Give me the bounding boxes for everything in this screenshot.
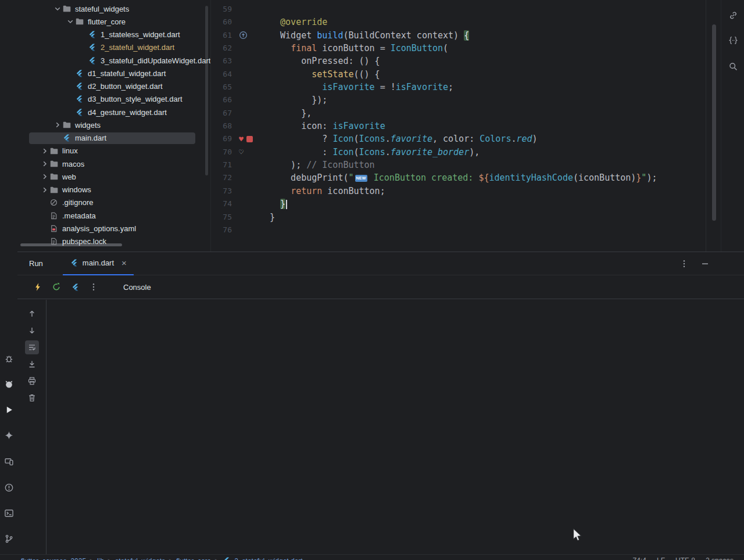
tree-item-macos[interactable]: macos bbox=[17, 157, 210, 170]
minimize-icon[interactable] bbox=[699, 257, 711, 270]
tool-stripe-gemini[interactable] bbox=[1, 427, 17, 443]
gutter[interactable] bbox=[232, 29, 262, 42]
tree-item-d3_button_style_widget.dart[interactable]: d3_button_style_widget.dart bbox=[17, 93, 210, 106]
gutter[interactable] bbox=[232, 3, 262, 16]
line-number[interactable]: 60 bbox=[211, 16, 232, 28]
tree-item-d2_button_widget.dart[interactable]: d2_button_widget.dart bbox=[17, 80, 210, 93]
code-line-74[interactable]: 74 } bbox=[211, 198, 721, 210]
tool-stripe-running-devices[interactable] bbox=[1, 453, 17, 469]
flutter-button[interactable] bbox=[67, 279, 83, 295]
gutter[interactable] bbox=[232, 42, 262, 55]
line-number[interactable]: 74 bbox=[211, 198, 232, 210]
code-line-61[interactable]: 61 Widget build(BuildContext context) { bbox=[211, 29, 721, 42]
code-line-71[interactable]: 71 ); // IconButton bbox=[211, 159, 721, 171]
tool-stripe-logcat[interactable] bbox=[1, 376, 17, 392]
line-number[interactable]: 65 bbox=[211, 81, 232, 94]
tree-item-linux[interactable]: linux bbox=[17, 145, 210, 157]
soft-wrap-button[interactable] bbox=[25, 340, 39, 354]
line-number[interactable]: 63 bbox=[211, 55, 232, 67]
gutter[interactable] bbox=[232, 198, 262, 210]
tree-item-2_stateful_widget.dart[interactable]: 2_stateful_widget.dart bbox=[17, 41, 210, 54]
gutter[interactable] bbox=[232, 211, 262, 224]
status-item[interactable]: 2 spaces bbox=[706, 557, 734, 560]
tree-item-main.dart[interactable]: main.dart bbox=[17, 132, 210, 145]
tree-item-web[interactable]: web bbox=[17, 170, 210, 183]
next-occurrence-button[interactable] bbox=[25, 324, 39, 338]
chevron-right-icon[interactable] bbox=[52, 120, 62, 130]
line-number[interactable]: 66 bbox=[211, 94, 232, 106]
line-number[interactable]: 72 bbox=[211, 171, 232, 184]
line-number[interactable]: 68 bbox=[211, 120, 232, 132]
tree-item-windows[interactable]: windows bbox=[17, 184, 210, 196]
breadcrumb-item[interactable]: stateful_widgets bbox=[115, 557, 165, 560]
code-line-68[interactable]: 68 icon: isFavorite bbox=[211, 120, 721, 132]
gutter[interactable] bbox=[232, 224, 262, 236]
status-item[interactable]: LF bbox=[657, 557, 665, 560]
tree-item-.metadata[interactable]: .metadata bbox=[17, 209, 210, 222]
hot-reload-button[interactable] bbox=[30, 279, 45, 295]
code-line-75[interactable]: 75} bbox=[211, 211, 721, 224]
code-line-67[interactable]: 67 }, bbox=[211, 107, 721, 120]
code-line-69[interactable]: 69♥ ? Icon(Icons.favorite, color: Colors… bbox=[211, 132, 721, 145]
chevron-right-icon[interactable] bbox=[40, 172, 49, 181]
code-line-63[interactable]: 63 onPressed: () { bbox=[211, 55, 721, 67]
gutter[interactable] bbox=[232, 55, 262, 67]
code-line-59[interactable]: 59 bbox=[211, 3, 721, 16]
gutter[interactable] bbox=[232, 68, 262, 81]
tree-vertical-scrollbar[interactable] bbox=[205, 6, 208, 175]
chevron-right-icon[interactable] bbox=[40, 146, 49, 156]
print-button[interactable] bbox=[25, 374, 39, 388]
tree-item-1_stateless_widget.dart[interactable]: 1_stateless_widget.dart bbox=[17, 28, 210, 41]
tree-item-stateful_widgets[interactable]: stateful_widgets bbox=[17, 2, 210, 15]
line-number[interactable]: 75 bbox=[211, 211, 232, 224]
chevron-down-icon[interactable] bbox=[65, 17, 75, 26]
gutter[interactable]: ♥ bbox=[232, 132, 262, 145]
code-line-73[interactable]: 73 return iconButton; bbox=[211, 185, 721, 198]
tool-stripe-version-control[interactable] bbox=[1, 530, 17, 547]
gutter[interactable] bbox=[232, 107, 262, 120]
prev-occurrence-button[interactable] bbox=[25, 307, 39, 321]
code-line-66[interactable]: 66 }); bbox=[211, 94, 721, 106]
line-number[interactable]: 69 bbox=[211, 132, 232, 145]
breadcrumb-item[interactable]: flutter_courses_2025 bbox=[21, 557, 86, 560]
more-options-icon[interactable] bbox=[678, 257, 691, 270]
gutter[interactable] bbox=[232, 159, 262, 171]
gutter[interactable]: ♡ bbox=[232, 146, 262, 159]
line-number[interactable]: 62 bbox=[211, 42, 232, 55]
line-number[interactable]: 67 bbox=[211, 107, 232, 120]
status-item[interactable]: 74:4 bbox=[633, 557, 646, 560]
more-options-button[interactable] bbox=[86, 279, 101, 295]
right-stripe-code-braces[interactable] bbox=[727, 34, 739, 46]
console-output[interactable] bbox=[47, 300, 744, 554]
right-stripe-search-zoom[interactable] bbox=[727, 60, 739, 72]
chevron-right-icon[interactable] bbox=[40, 185, 49, 195]
code-line-65[interactable]: 65 isFavorite = !isFavorite; bbox=[211, 81, 721, 94]
color-preview-red[interactable] bbox=[246, 136, 253, 142]
tree-item-d1_stateful_widget.dart[interactable]: d1_stateful_widget.dart bbox=[17, 67, 210, 80]
code-editor[interactable]: 5960 @override61 Widget build(BuildConte… bbox=[210, 0, 721, 252]
run-tab-main-dart[interactable]: main.dart × bbox=[63, 252, 134, 275]
tool-stripe-terminal[interactable] bbox=[1, 505, 17, 521]
tree-item-analysis_options.yaml[interactable]: analysis_options.yaml bbox=[17, 222, 210, 235]
line-number[interactable]: 73 bbox=[211, 185, 232, 198]
tree-item-widgets[interactable]: widgets bbox=[17, 119, 210, 131]
scroll-to-end-button[interactable] bbox=[25, 357, 39, 371]
breadcrumb-item[interactable]: flutter_core bbox=[176, 557, 211, 560]
line-number[interactable]: 59 bbox=[211, 3, 232, 16]
editor-scrollbar[interactable] bbox=[712, 24, 716, 221]
code-line-64[interactable]: 64 setState(() { bbox=[211, 68, 721, 81]
gutter[interactable] bbox=[232, 94, 262, 106]
breadcrumb-item[interactable]: lib bbox=[97, 557, 104, 560]
right-stripe-link[interactable] bbox=[727, 9, 739, 21]
status-item[interactable]: UTF-8 bbox=[675, 557, 695, 560]
tool-stripe-run[interactable] bbox=[1, 401, 17, 418]
gutter[interactable] bbox=[232, 120, 262, 132]
line-number[interactable]: 71 bbox=[211, 159, 232, 171]
chevron-down-icon[interactable] bbox=[52, 4, 62, 13]
line-number[interactable]: 64 bbox=[211, 68, 232, 81]
code-line-76[interactable]: 76 bbox=[211, 224, 721, 236]
tool-stripe-debug[interactable] bbox=[1, 350, 17, 367]
chevron-right-icon[interactable] bbox=[40, 159, 49, 168]
tree-item-flutter_core[interactable]: flutter_core bbox=[17, 15, 210, 28]
code-line-72[interactable]: 72 debugPrint("NEW IconButton created: $… bbox=[211, 171, 721, 184]
